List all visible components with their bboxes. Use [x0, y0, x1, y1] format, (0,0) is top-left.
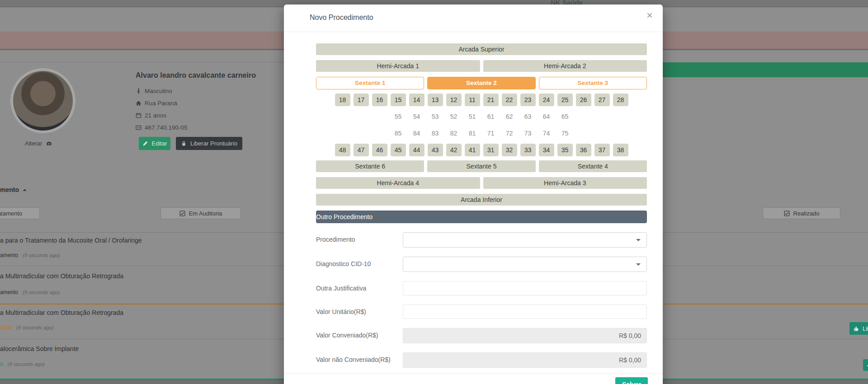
tooth-button[interactable]: 44	[409, 144, 425, 156]
tooth-button[interactable]: 42	[446, 144, 462, 156]
arcada-superior-button[interactable]: Arcada Superior	[316, 43, 647, 55]
tooth-button[interactable]: 31	[483, 144, 499, 156]
diagnostico-cid10-label: Diagnostico CID-10	[316, 257, 403, 272]
filter-button-tratamento[interactable]: atamento	[0, 207, 40, 219]
tooth-button[interactable]: 45	[391, 144, 406, 156]
save-button[interactable]: Salvar	[615, 377, 648, 384]
timeline-time: (9 seconds ago)	[8, 361, 45, 367]
hemi-arcada-4-button[interactable]: Hemi-Arcada 4	[316, 177, 480, 189]
tooth-button[interactable]: 28	[613, 94, 628, 106]
tooth-button[interactable]: 25	[557, 94, 573, 106]
outro-procedimento-button[interactable]: Outro Procedimento	[316, 211, 647, 223]
valor-conveniado-label: Valor Conveniado(R$)	[316, 328, 403, 343]
tooth-button[interactable]: 18	[335, 94, 350, 106]
deciduous-tooth-label: 81	[465, 127, 480, 140]
patient-gender: Masculino	[145, 88, 172, 94]
timeline-time: (9 seconds ago)	[23, 290, 60, 295]
tooth-button[interactable]: 23	[520, 94, 536, 106]
tooth-button[interactable]: 41	[465, 144, 480, 156]
valor-unitario-input[interactable]	[403, 304, 647, 319]
valor-nao-conveniado-label: Valor não Conveniado(R$)	[316, 352, 403, 368]
tooth-button[interactable]: 24	[539, 94, 554, 106]
arcada-inferior-button[interactable]: Arcada Inferior	[316, 194, 647, 206]
tooth-button[interactable]: 22	[502, 94, 517, 106]
tooth-button[interactable]: 17	[354, 94, 369, 106]
tooth-button[interactable]: 38	[613, 144, 628, 156]
deciduous-tooth-label: 52	[446, 110, 462, 123]
tooth-button[interactable]: 36	[576, 144, 591, 156]
tooth-button[interactable]: 15	[391, 94, 406, 106]
procedimento-select[interactable]	[403, 232, 647, 248]
patient-name: Alvaro leandro cavalcante carneiro	[136, 71, 256, 80]
filter-label: Em Auditoria	[189, 210, 222, 217]
tooth-button[interactable]: 16	[372, 94, 387, 106]
deciduous-tooth-label: 54	[409, 110, 425, 123]
novo-procedimento-modal: Novo Procedimento × Arcada Superior Hemi…	[284, 5, 663, 384]
tooth-button[interactable]: 43	[428, 144, 443, 156]
tooth-button[interactable]: 26	[576, 94, 591, 106]
edit-patient-button[interactable]: Editar	[139, 137, 170, 150]
tooth-button[interactable]: 34	[539, 144, 554, 156]
valor-unitario-label: Valor Unitário(R$)	[316, 304, 403, 319]
timeline-status: amento	[0, 289, 18, 295]
timeline-item-title: a Multirradicular com Obturação Retrogra…	[0, 309, 123, 316]
filter-button-em-auditoria[interactable]: Em Auditoria	[160, 207, 241, 219]
release-record-label: Liberar Prontuário	[190, 140, 237, 147]
status-check-button[interactable]	[863, 359, 868, 371]
timeline-item-status: o (9 seconds ago)	[0, 361, 45, 367]
tooth-button[interactable]: 14	[409, 94, 425, 106]
filter-label: atamento	[0, 210, 22, 217]
release-record-button[interactable]: Liberar Prontuário	[176, 137, 242, 150]
tooth-button[interactable]: 12	[446, 94, 462, 106]
tooth-button[interactable]: 21	[483, 94, 499, 106]
section-title[interactable]: mento	[0, 186, 28, 193]
deciduous-tooth-label: 85	[391, 127, 406, 140]
lock-icon	[181, 140, 187, 146]
tooth-button[interactable]: 13	[428, 94, 443, 106]
release-item-button[interactable]: Lib	[849, 322, 868, 335]
sextante-button[interactable]: Sextante 5	[427, 160, 535, 172]
lower-sextantes-row: Sextante 6Sextante 5Sextante 4	[316, 160, 647, 172]
sextante-2-button-selected[interactable]: Sextante 2	[427, 77, 535, 89]
thumbs-up-icon	[853, 326, 859, 332]
filter-button-realizado[interactable]: Realizado	[763, 207, 840, 219]
outra-justificativa-input[interactable]	[403, 281, 647, 295]
diagnostico-cid10-select[interactable]	[403, 257, 647, 272]
hemi-arcada-3-button[interactable]: Hemi-Arcada 3	[483, 177, 647, 189]
tooth-button[interactable]: 48	[335, 144, 350, 156]
id-card-icon	[136, 125, 142, 131]
outra-justificativa-label: Outra Justificativa	[316, 281, 403, 295]
deciduous-tooth-label: 63	[520, 110, 536, 123]
sextante-button[interactable]: Sextante 6	[316, 160, 424, 172]
tooth-button[interactable]: 37	[594, 144, 610, 156]
upper-deciduous-row: 55545352516162636465	[316, 110, 647, 123]
patient-age: 21 anos	[145, 112, 166, 119]
calendar-icon	[136, 112, 142, 118]
sextante-3-button[interactable]: Sextante 3	[539, 77, 647, 89]
tooth-button[interactable]: 32	[502, 144, 517, 156]
hemi-arcada-2-button[interactable]: Hemi-Arcada 2	[483, 60, 647, 72]
tooth-button[interactable]: 27	[594, 94, 610, 106]
patient-address-row: Rua Paraná	[136, 100, 177, 107]
tooth-button[interactable]: 33	[520, 144, 536, 156]
home-icon	[136, 100, 142, 106]
tooth-button[interactable]: 11	[465, 94, 480, 106]
tooth-button[interactable]: 47	[354, 144, 369, 156]
deciduous-tooth-label: 72	[502, 127, 517, 140]
change-photo-label: Alterar	[25, 140, 42, 147]
change-photo-link[interactable]: Alterar	[25, 140, 52, 147]
sextante-button[interactable]: Sextante 4	[539, 160, 647, 172]
deciduous-tooth-label: 71	[483, 127, 499, 140]
check-icon	[866, 362, 868, 368]
chevron-down-icon	[636, 263, 641, 266]
modal-body: Arcada Superior Hemi-Arcada 1 Hemi-Arcad…	[284, 32, 663, 368]
deciduous-tooth-label: 53	[428, 110, 443, 123]
timeline-item-title: a para o Tratamento da Mucosite Oral / O…	[0, 237, 142, 244]
sextante-1-button[interactable]: Sextante 1	[316, 77, 424, 89]
timeline-time: (9 seconds ago)	[23, 253, 60, 258]
hemi-arcada-1-button[interactable]: Hemi-Arcada 1	[316, 60, 480, 72]
success-bar	[659, 62, 868, 77]
close-icon[interactable]: ×	[646, 10, 653, 21]
tooth-button[interactable]: 46	[372, 144, 387, 156]
tooth-button[interactable]: 35	[557, 144, 573, 156]
